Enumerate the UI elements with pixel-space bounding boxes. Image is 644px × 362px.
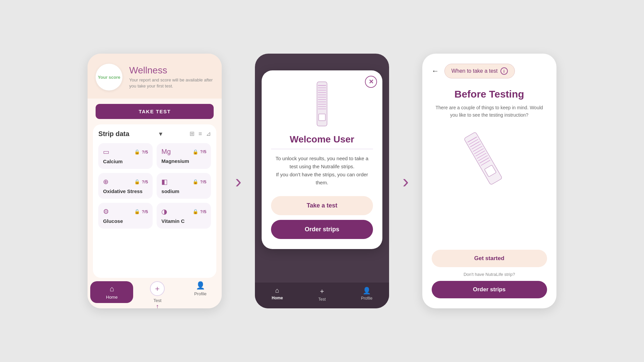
back-button[interactable]: ← <box>432 67 439 75</box>
score-circle: Your score <box>96 64 122 90</box>
oxidative-icon: ⊕ <box>103 178 109 186</box>
welcome-divider <box>271 149 373 149</box>
screen2-nav-home[interactable]: ⌂ Home <box>255 287 300 302</box>
no-strip-text: Don't have NutraLife strip? <box>432 272 547 277</box>
arrow-right-2[interactable]: › <box>402 170 409 192</box>
up-arrow-icon: ↑ <box>156 302 159 308</box>
vitaminc-icon: ◑ <box>161 207 167 216</box>
strip-image <box>312 80 332 127</box>
calcium-label: Calcium <box>103 159 148 164</box>
wellness-desc: Your report and score will be available … <box>129 77 214 89</box>
nav-profile-label: Profile <box>194 291 207 296</box>
lock-icon: 🔒 <box>134 149 140 155</box>
screen2-home-label: Home <box>272 296 283 300</box>
screen3-header: ← When to take a test i <box>432 64 547 78</box>
test-plus-container: ＋ <box>150 281 165 296</box>
nav-profile[interactable]: 👤 Profile <box>179 281 222 303</box>
get-started-button[interactable]: Get started <box>432 250 547 267</box>
welcome-text: To unlock your results, you need to take… <box>271 155 373 187</box>
list-item: ◧ 🔒 ?/5 sodium <box>157 173 211 199</box>
profile-icon: 👤 <box>196 281 205 290</box>
list-item: ▭ 🔒 ?/5 Calcium <box>98 143 153 169</box>
wellness-header: Your score Wellness Your report and scor… <box>88 54 222 99</box>
lock-icon: 🔒 <box>193 179 198 184</box>
take-test-button[interactable]: TAKE TEST <box>96 104 214 119</box>
bottom-nav: ⌂ Home ＋ Test ↑ 👤 Profile <box>88 278 222 308</box>
chevron-down-icon[interactable]: ▾ <box>159 130 162 138</box>
nav-home-label: Home <box>106 295 118 300</box>
sodium-icon: ◧ <box>161 178 168 186</box>
screen1-home: Your score Wellness Your report and scor… <box>88 54 222 308</box>
screen2-bottom-nav: ⌂ Home ＋ Test 👤 Profile <box>255 283 389 308</box>
strip-data-controls: ⊞ ≡ ⊿ <box>190 130 211 137</box>
screen3-before-testing: ← When to take a test i Before Testing T… <box>422 54 556 308</box>
filter-icon[interactable]: ⊿ <box>206 130 211 137</box>
screen2-nav-profile[interactable]: 👤 Profile <box>344 287 389 302</box>
glucose-icon: ⚙ <box>103 207 109 216</box>
home-icon: ⌂ <box>275 287 279 294</box>
svg-rect-13 <box>464 132 502 185</box>
vitaminc-label: Vitamin C <box>161 218 206 224</box>
screen2-test-label: Test <box>318 297 326 302</box>
grid-icon[interactable]: ⊞ <box>190 130 195 137</box>
nav-test[interactable]: ＋ Test ↑ <box>136 281 179 303</box>
sodium-label: sodium <box>161 188 206 194</box>
screen2-profile-label: Profile <box>361 296 372 301</box>
welcome-title: Welcome User <box>290 134 354 145</box>
nav-home[interactable]: ⌂ Home <box>90 281 133 303</box>
magnesium-label: Magnesium <box>161 158 206 164</box>
welcome-card: ✕ Welcome User To unloc <box>262 70 382 249</box>
oxidative-label: Oxidative Stress <box>103 188 148 194</box>
lock-icon: 🔒 <box>193 149 198 155</box>
calcium-score: ?/5 <box>142 149 148 155</box>
list-item: Mg 🔒 ?/5 Magnesium <box>157 143 211 169</box>
wellness-text: Wellness Your report and score will be a… <box>129 65 214 89</box>
list-item: ◑ 🔒 ?/5 Vitamin C <box>157 203 211 229</box>
wellness-title: Wellness <box>129 65 214 76</box>
take-test-button-2[interactable]: Take a test <box>271 196 373 215</box>
plus-icon: ＋ <box>154 284 161 294</box>
sodium-score: ?/5 <box>200 179 207 184</box>
lock-icon: 🔒 <box>134 209 140 214</box>
strip-image-3 <box>432 126 547 240</box>
screen2-welcome: ✕ Welcome User To unloc <box>255 54 389 308</box>
arrow-right-1[interactable]: › <box>235 170 241 192</box>
list-item: ⊕ 🔒 ?/5 Oxidative Stress <box>98 173 153 199</box>
when-to-take-pill[interactable]: When to take a test i <box>444 64 515 78</box>
info-icon[interactable]: i <box>500 67 508 75</box>
test-icon: ＋ <box>319 287 325 296</box>
lock-icon: 🔒 <box>193 209 198 214</box>
profile-icon: 👤 <box>363 287 371 295</box>
home-icon: ⌂ <box>110 285 114 293</box>
score-label: Your score <box>98 75 120 80</box>
strip-data-header: Strip data ▾ ⊞ ≡ ⊿ <box>98 130 211 138</box>
before-testing-title: Before Testing <box>432 88 547 100</box>
list-icon[interactable]: ≡ <box>199 130 202 137</box>
calcium-icon: ▭ <box>103 148 109 156</box>
vitaminc-score: ?/5 <box>200 209 207 214</box>
before-testing-text: There are a couple of things to keep in … <box>432 104 547 119</box>
strip-cards-grid: ▭ 🔒 ?/5 Calcium Mg 🔒 ?/5 <box>98 143 211 229</box>
oxidative-score: ?/5 <box>142 179 148 184</box>
when-to-take-label: When to take a test <box>451 68 498 74</box>
close-button[interactable]: ✕ <box>365 76 377 88</box>
glucose-label: Glucose <box>103 218 148 224</box>
list-item: ⚙ 🔒 ?/5 Glucose <box>98 203 153 229</box>
screen2-nav-test[interactable]: ＋ Test <box>300 287 344 302</box>
order-strips-button-3[interactable]: Order strips <box>432 281 547 298</box>
glucose-score: ?/5 <box>142 209 148 214</box>
strip-data-title: Strip data <box>98 130 129 138</box>
lock-icon: 🔒 <box>134 179 140 184</box>
magnesium-score: ?/5 <box>200 149 207 154</box>
order-strips-button[interactable]: Order strips <box>271 220 373 239</box>
svg-rect-12 <box>319 114 325 121</box>
strip-data-section: Strip data ▾ ⊞ ≡ ⊿ ▭ 🔒 ?/5 <box>93 124 216 278</box>
magnesium-icon: Mg <box>161 148 171 156</box>
